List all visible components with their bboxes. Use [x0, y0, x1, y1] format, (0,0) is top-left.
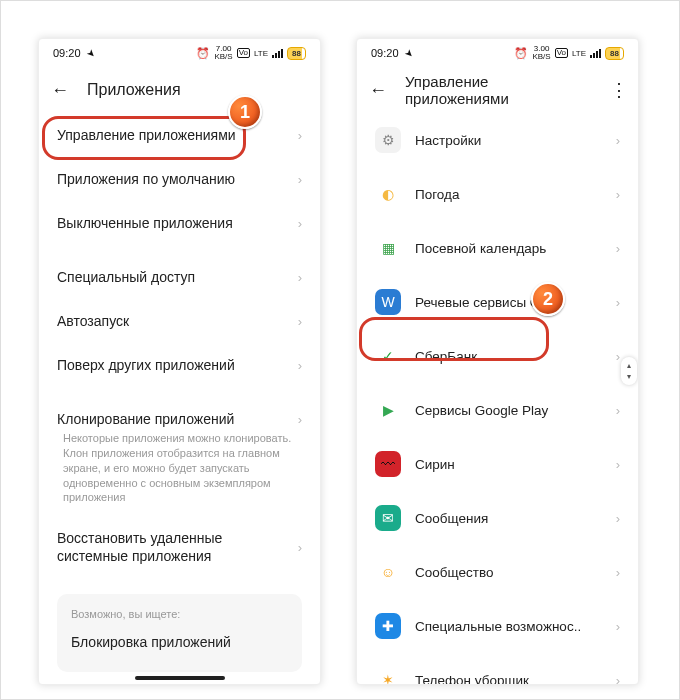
app-row[interactable]: ⚙Настройки›: [363, 113, 632, 167]
app-label: Посевной календарь: [415, 241, 602, 256]
status-time: 09:20: [371, 47, 399, 59]
app-icon: ✚: [375, 613, 401, 639]
phone-screen-manage-apps: 09:20 ➤ ⏰ 3.00 KB/S Vo LTE 88 ← Управлен…: [356, 38, 639, 685]
location-icon: ➤: [84, 46, 97, 59]
app-label: Специальные возможнос..: [415, 619, 602, 634]
chevron-right-icon: ›: [298, 540, 302, 555]
lte-icon: LTE: [254, 49, 268, 58]
chevron-right-icon: ›: [616, 673, 620, 686]
home-indicator[interactable]: [135, 676, 225, 680]
app-label: Телефон уборщик: [415, 673, 602, 686]
chevron-right-icon: ›: [616, 349, 620, 364]
search-hint: Возможно, вы ищете:: [71, 608, 288, 620]
row-autostart[interactable]: Автозапуск ›: [45, 299, 314, 343]
back-button[interactable]: ←: [369, 80, 387, 101]
app-row[interactable]: ◐Погода›: [363, 167, 632, 221]
signal-icon: [272, 49, 283, 58]
chevron-right-icon: ›: [298, 412, 302, 427]
app-row[interactable]: ✉Сообщения›: [363, 491, 632, 545]
chevron-right-icon: ›: [298, 270, 302, 285]
chevron-right-icon: ›: [616, 133, 620, 148]
suggestion-app-lock[interactable]: Блокировка приложений: [71, 630, 288, 654]
app-row[interactable]: ✶Телефон уборщик›: [363, 653, 632, 685]
location-icon: ➤: [402, 46, 415, 59]
app-row[interactable]: ☺Сообщество›: [363, 545, 632, 599]
row-special-access[interactable]: Специальный доступ ›: [45, 255, 314, 299]
search-suggestion-card: Возможно, вы ищете: Блокировка приложени…: [57, 594, 302, 672]
chevron-right-icon: ›: [298, 128, 302, 143]
app-label: Сервисы Google Play: [415, 403, 602, 418]
net-speed: 3.00 KB/S: [532, 45, 550, 61]
status-bar: 09:20 ➤ ⏰ 7.00 KB/S Vo LTE 88: [39, 39, 320, 67]
app-row[interactable]: ✚Специальные возможнос..›: [363, 599, 632, 653]
row-restore-system-apps[interactable]: Восстановить удаленные системные приложе…: [45, 515, 314, 579]
chevron-right-icon: ›: [616, 295, 620, 310]
row-manage-apps[interactable]: Управление приложениями ›: [45, 113, 314, 157]
app-icon: ▶: [375, 397, 401, 423]
settings-list: Управление приложениями › Приложения по …: [39, 113, 320, 672]
app-icon: ✶: [375, 667, 401, 685]
app-row[interactable]: ▦Посевной календарь›: [363, 221, 632, 275]
row-clone-apps[interactable]: Клонирование приложений ›: [45, 397, 314, 431]
status-time: 09:20: [53, 47, 81, 59]
chevron-right-icon: ›: [298, 358, 302, 373]
status-bar: 09:20 ➤ ⏰ 3.00 KB/S Vo LTE 88: [357, 39, 638, 67]
chevron-down-icon: ▾: [627, 372, 631, 381]
titlebar: ← Приложения: [39, 67, 320, 113]
chevron-right-icon: ›: [616, 187, 620, 202]
app-row[interactable]: WРечевые сервисы Goo..›: [363, 275, 632, 329]
titlebar: ← Управление приложениями ⋮: [357, 67, 638, 113]
more-menu-button[interactable]: ⋮: [610, 79, 626, 101]
app-row[interactable]: 〰Сирин›: [363, 437, 632, 491]
volte-icon: Vo: [237, 48, 250, 58]
app-icon: 〰: [375, 451, 401, 477]
chevron-right-icon: ›: [298, 216, 302, 231]
clone-description: Некоторые приложения можно клонировать. …: [45, 431, 314, 515]
app-icon: ✉: [375, 505, 401, 531]
app-label: Настройки: [415, 133, 602, 148]
chevron-right-icon: ›: [298, 314, 302, 329]
app-icon: W: [375, 289, 401, 315]
lte-icon: LTE: [572, 49, 586, 58]
row-default-apps[interactable]: Приложения по умолчанию ›: [45, 157, 314, 201]
chevron-up-icon: ▴: [627, 361, 631, 370]
app-label: Речевые сервисы Goo..: [415, 295, 602, 310]
app-label: Сообщения: [415, 511, 602, 526]
chevron-right-icon: ›: [616, 403, 620, 418]
chevron-right-icon: ›: [616, 565, 620, 580]
app-label: Погода: [415, 187, 602, 202]
app-icon: ▦: [375, 235, 401, 261]
app-icon: ◐: [375, 181, 401, 207]
phone-screen-apps: 09:20 ➤ ⏰ 7.00 KB/S Vo LTE 88 ← Приложен…: [38, 38, 321, 685]
step-badge-2: 2: [531, 282, 565, 316]
alarm-icon: ⏰: [514, 47, 528, 60]
app-label: СберБанк: [415, 349, 602, 364]
alarm-icon: ⏰: [196, 47, 210, 60]
chevron-right-icon: ›: [616, 619, 620, 634]
app-icon: ⚙: [375, 127, 401, 153]
back-button[interactable]: ←: [51, 80, 69, 101]
app-list: ⚙Настройки›◐Погода›▦Посевной календарь›W…: [357, 113, 638, 685]
app-icon: ☺: [375, 559, 401, 585]
page-title: Управление приложениями: [405, 73, 592, 107]
volte-icon: Vo: [555, 48, 568, 58]
app-row[interactable]: ✓СберБанк›: [363, 329, 632, 383]
scroll-handle[interactable]: ▴ ▾: [621, 357, 637, 385]
row-disabled-apps[interactable]: Выключенные приложения ›: [45, 201, 314, 245]
app-icon: ✓: [375, 343, 401, 369]
chevron-right-icon: ›: [616, 241, 620, 256]
app-row[interactable]: ▶Сервисы Google Play›: [363, 383, 632, 437]
chevron-right-icon: ›: [616, 511, 620, 526]
battery-icon: 88: [287, 47, 306, 60]
row-draw-over[interactable]: Поверх других приложений ›: [45, 343, 314, 387]
chevron-right-icon: ›: [616, 457, 620, 472]
app-label: Сирин: [415, 457, 602, 472]
battery-icon: 88: [605, 47, 624, 60]
net-speed: 7.00 KB/S: [214, 45, 232, 61]
chevron-right-icon: ›: [298, 172, 302, 187]
step-badge-1: 1: [228, 95, 262, 129]
app-label: Сообщество: [415, 565, 602, 580]
page-title: Приложения: [87, 81, 181, 99]
signal-icon: [590, 49, 601, 58]
